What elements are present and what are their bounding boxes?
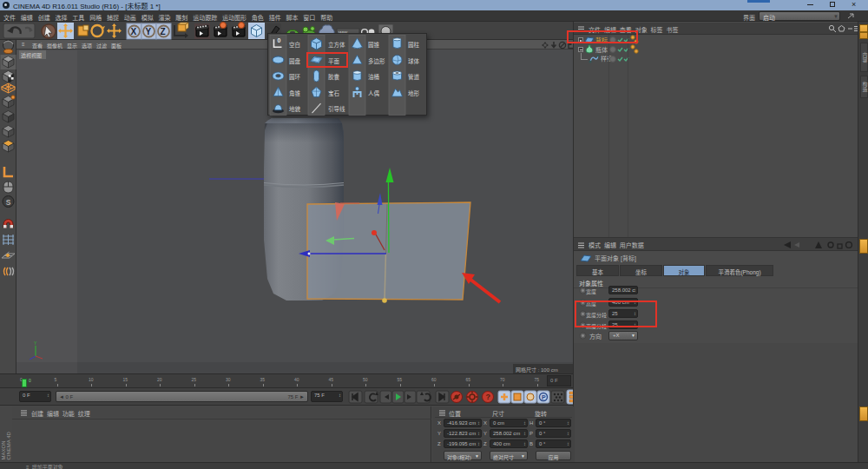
svg-text:X: X xyxy=(131,27,137,36)
svg-text:Y: Y xyxy=(34,340,37,346)
svg-text:P: P xyxy=(542,394,546,400)
svg-text:S: S xyxy=(6,198,11,207)
svg-text:Z: Z xyxy=(161,27,166,36)
svg-text:0: 0 xyxy=(278,37,281,43)
svg-text:?: ? xyxy=(486,393,491,401)
svg-text:Y: Y xyxy=(146,27,152,36)
